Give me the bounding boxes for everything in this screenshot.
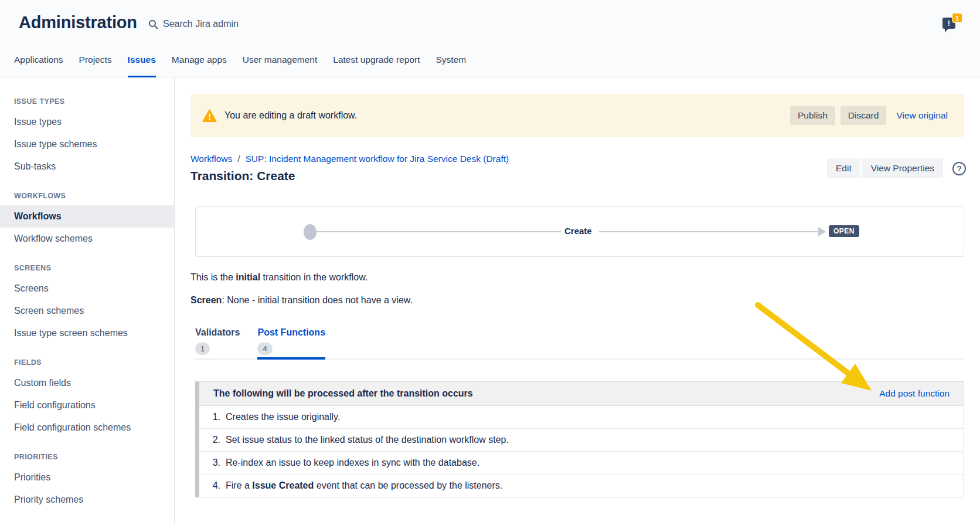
sidebar-item-issue-type-screen-schemes[interactable]: Issue type screen schemes (0, 322, 174, 344)
nav-item-issues[interactable]: Issues (128, 55, 156, 77)
post-function-row-3: 3. Re-index an issue to keep indexes in … (199, 452, 964, 475)
sidebar-heading-priorities: PRIORITIES (0, 453, 174, 462)
view-properties-button[interactable]: View Properties (862, 158, 943, 178)
breadcrumb: Workflows / SUP: Incident Management wor… (190, 154, 509, 164)
nav-item-projects[interactable]: Projects (79, 55, 112, 77)
sidebar-item-issue-types[interactable]: Issue types (0, 111, 174, 133)
validators-count-badge: 1 (195, 343, 210, 355)
sidebar-heading-fields: FIELDS (0, 358, 174, 367)
sidebar-item-issue-type-schemes[interactable]: Issue type schemes (0, 133, 174, 155)
search-input[interactable]: Search Jira admin (148, 19, 239, 29)
workflow-start-node (304, 224, 317, 240)
post-function-row-2: 2. Set issue status to the linked status… (199, 429, 964, 452)
search-icon (148, 19, 158, 29)
transition-tabs: Validators 1 Post Functions 4 (195, 326, 964, 360)
discard-button[interactable]: Discard (841, 106, 887, 125)
view-original-link[interactable]: View original (896, 110, 948, 121)
transition-label: Create (564, 226, 592, 236)
post-functions-count-badge: 4 (257, 343, 272, 355)
breadcrumb-separator: / (237, 154, 240, 164)
screen-info-text: Screen: None - initial transition does n… (190, 295, 413, 306)
main-content: You are editing a draft workflow. Publis… (175, 77, 980, 525)
post-function-row-4: 4. Fire a Issue Created event that can b… (199, 475, 964, 497)
nav-item-applications[interactable]: Applications (14, 55, 63, 77)
sidebar-item-custom-fields[interactable]: Custom fields (0, 372, 174, 394)
sidebar-heading-workflows: WORKFLOWS (0, 192, 174, 201)
tab-validators[interactable]: Validators 1 (195, 326, 240, 358)
bubble-tail (945, 28, 949, 32)
admin-nav: Applications Projects Issues Manage apps… (14, 55, 466, 77)
sidebar: ISSUE TYPES Issue types Issue type schem… (0, 77, 175, 525)
help-icon[interactable]: ? (952, 162, 966, 175)
draft-banner-message: You are editing a draft workflow. (224, 110, 357, 121)
sidebar-item-screen-schemes[interactable]: Screen schemes (0, 300, 174, 322)
post-functions-header-text: The following will be processed after th… (213, 388, 473, 399)
nav-item-manage-apps[interactable]: Manage apps (172, 55, 227, 77)
edit-button[interactable]: Edit (827, 158, 860, 178)
top-header: Administration Search Jira admin ! 1 App… (0, 0, 980, 77)
sidebar-item-screens[interactable]: Screens (0, 277, 174, 300)
transition-line-right (599, 231, 818, 232)
sidebar-item-priority-schemes[interactable]: Priority schemes (0, 489, 174, 511)
draft-warning-banner: You are editing a draft workflow. Publis… (190, 94, 964, 137)
page-title: Administration (19, 13, 137, 32)
post-functions-table-header: The following will be processed after th… (199, 382, 964, 406)
sidebar-item-field-configurations[interactable]: Field configurations (0, 394, 174, 416)
sidebar-item-workflows[interactable]: Workflows (0, 205, 174, 228)
breadcrumb-workflows-link[interactable]: Workflows (190, 154, 232, 164)
sidebar-heading-issue-types: ISSUE TYPES (0, 97, 174, 106)
add-post-function-link[interactable]: Add post function (879, 388, 950, 399)
transition-title: Transition: Create (190, 169, 295, 183)
workflow-diagram: Create OPEN (195, 206, 964, 257)
tab-post-functions[interactable]: Post Functions 4 (257, 326, 325, 358)
title-actions: Edit View Properties ? (827, 158, 966, 178)
nav-item-system[interactable]: System (436, 55, 467, 77)
initial-transition-text: This is the initial transition in the wo… (190, 272, 368, 283)
notification-count-badge: 1 (952, 13, 962, 23)
post-functions-table: The following will be processed after th… (195, 381, 964, 497)
publish-button[interactable]: Publish (790, 106, 835, 125)
nav-item-user-management[interactable]: User management (243, 55, 318, 77)
sidebar-item-field-configuration-schemes[interactable]: Field configuration schemes (0, 416, 174, 439)
post-function-row-1: 1. Creates the issue originally. (199, 406, 964, 429)
sidebar-item-sub-tasks[interactable]: Sub-tasks (0, 155, 174, 178)
warning-icon (202, 109, 217, 123)
status-badge-open: OPEN (829, 225, 859, 237)
transition-line-left (317, 231, 562, 232)
sidebar-heading-screens: SCREENS (0, 264, 174, 273)
search-placeholder: Search Jira admin (163, 19, 239, 29)
transition-arrowhead-icon (818, 227, 826, 236)
breadcrumb-workflow-name-link[interactable]: SUP: Incident Management workflow for Ji… (246, 154, 509, 164)
sidebar-item-priorities[interactable]: Priorities (0, 466, 174, 489)
sidebar-item-workflow-schemes[interactable]: Workflow schemes (0, 228, 174, 250)
nav-item-latest-upgrade-report[interactable]: Latest upgrade report (333, 55, 420, 77)
notifications-icon[interactable]: ! 1 (941, 13, 962, 32)
